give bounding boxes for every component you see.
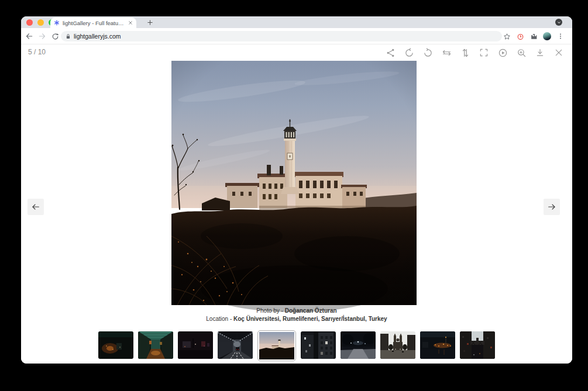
minimize-window-button[interactable] xyxy=(37,19,44,26)
photographer-name: Doğancan Özturan xyxy=(285,307,337,314)
kebab-menu-icon xyxy=(557,33,564,40)
extensions-button[interactable] xyxy=(529,31,538,41)
browser-menu-button[interactable] xyxy=(556,31,565,41)
rotate-left-icon xyxy=(404,48,414,58)
thumbnail-10[interactable] xyxy=(460,331,495,359)
prev-slide-button[interactable] xyxy=(27,199,44,215)
tab-search-button[interactable] xyxy=(555,19,562,26)
gallery-counter: 5 / 10 xyxy=(28,48,46,56)
close-gallery-button[interactable] xyxy=(552,46,566,60)
rotate-left-button[interactable] xyxy=(402,46,416,60)
thumbnail-2[interactable] xyxy=(138,331,173,359)
fullscreen-button[interactable] xyxy=(477,46,491,60)
gallery-toolbar xyxy=(383,46,566,60)
flip-horizontal-icon xyxy=(442,48,452,58)
location-value: Koç Üniversitesi, Rumelifeneri, Sarıyer/… xyxy=(233,316,387,322)
browser-window: lightGallery - Full featured java xyxy=(21,16,572,364)
profile-button[interactable] xyxy=(542,31,552,41)
share-button[interactable] xyxy=(383,46,397,60)
left-arrow-icon xyxy=(31,202,40,212)
back-arrow-icon xyxy=(25,32,33,40)
tab-close-icon[interactable] xyxy=(128,20,133,25)
caption-location: Location - Koç Üniversitesi, Rumelifener… xyxy=(21,315,572,323)
avatar xyxy=(543,32,551,40)
thumbnail-9[interactable] xyxy=(420,331,455,359)
caption-photo-by: Photo by - Doğancan Özturan xyxy=(21,307,572,315)
close-window-button[interactable] xyxy=(26,19,33,26)
close-icon xyxy=(554,48,563,57)
url-text: lightgalleryjs.com xyxy=(74,33,121,40)
download-button[interactable] xyxy=(533,46,547,60)
plus-icon xyxy=(147,19,153,26)
bookmark-button[interactable] xyxy=(502,31,511,41)
reload-button[interactable] xyxy=(49,30,61,42)
timer-clock-icon xyxy=(517,33,524,40)
zoom-in-icon xyxy=(517,48,527,58)
lock-icon xyxy=(66,33,71,40)
navbar-right-cluster xyxy=(502,31,565,41)
browser-tab[interactable]: lightGallery - Full featured java xyxy=(50,18,136,28)
thumbnail-strip xyxy=(21,330,572,362)
forward-button[interactable] xyxy=(36,30,48,42)
chevron-down-icon xyxy=(557,20,561,25)
thumbnail-8[interactable] xyxy=(380,331,415,359)
thumbnail-6[interactable] xyxy=(301,331,336,359)
flip-horizontal-button[interactable] xyxy=(439,46,453,60)
next-slide-button[interactable] xyxy=(544,199,560,215)
address-bar[interactable]: lightgalleryjs.com xyxy=(61,31,502,41)
flip-vertical-icon xyxy=(460,48,470,58)
lightbox-image[interactable] xyxy=(171,61,417,305)
favicon-asterisk-icon xyxy=(54,20,60,26)
lightgallery-lightbox: 5 / 10 xyxy=(21,44,572,364)
thumbnail-4[interactable] xyxy=(218,331,253,359)
rotate-right-button[interactable] xyxy=(421,46,435,60)
timer-extension-button[interactable] xyxy=(515,31,525,41)
thumbnail-3[interactable] xyxy=(178,331,213,359)
autoplay-icon xyxy=(498,48,508,58)
download-icon xyxy=(535,48,545,57)
tab-strip: lightGallery - Full featured java xyxy=(21,16,572,28)
thumbnail-7[interactable] xyxy=(341,331,376,359)
browser-navbar: lightgalleryjs.com xyxy=(21,28,572,44)
thumbnail-5[interactable] xyxy=(257,330,296,361)
star-icon xyxy=(503,33,511,40)
caption: Photo by - Doğancan Özturan Location - K… xyxy=(21,307,572,323)
forward-arrow-icon xyxy=(38,32,46,40)
flip-vertical-button[interactable] xyxy=(458,46,472,60)
puzzle-icon xyxy=(530,33,538,40)
right-arrow-icon xyxy=(547,202,556,212)
rotate-right-icon xyxy=(423,48,433,58)
zoom-in-button[interactable] xyxy=(514,46,528,60)
new-tab-button[interactable] xyxy=(145,18,154,27)
thumbnail-1[interactable] xyxy=(98,331,133,359)
autoplay-button[interactable] xyxy=(496,46,510,60)
fullscreen-icon xyxy=(479,48,489,57)
back-button[interactable] xyxy=(23,30,35,42)
share-icon xyxy=(386,48,396,58)
tab-title: lightGallery - Full featured java xyxy=(63,20,125,26)
reload-icon xyxy=(51,33,59,40)
